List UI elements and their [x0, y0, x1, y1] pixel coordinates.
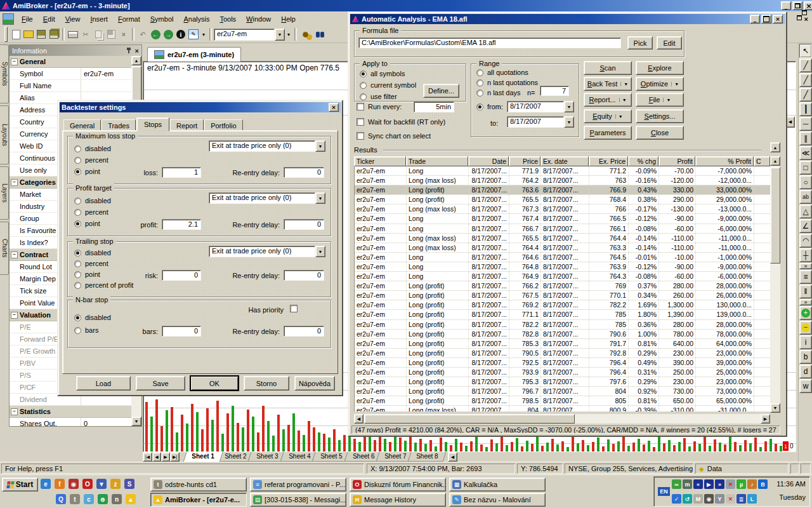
re-entry-delay-field[interactable]: 0: [284, 270, 324, 281]
radio-n-last-quotations[interactable]: [476, 79, 483, 86]
panel-close-icon[interactable]: ×: [135, 47, 139, 55]
triangle-tool[interactable]: △: [799, 204, 812, 218]
info-row-symbol[interactable]: Symboler2u7-em: [10, 68, 131, 80]
delete-icon[interactable]: ×: [117, 28, 130, 41]
dropdown-icon[interactable]: ▼: [663, 98, 671, 102]
trend-line-tool[interactable]: ╱: [799, 58, 812, 72]
menu-help[interactable]: Help: [276, 13, 301, 25]
winamp-icon[interactable]: z: [110, 479, 121, 489]
task-button-amibroker-er2u7-e[interactable]: ▲AmiBroker - [er2u7-e...: [150, 493, 247, 507]
task-button-referat-programovani-p[interactable]: ≡referat programovani - P...: [250, 478, 346, 491]
info-row-shares-out[interactable]: Shares Out.0: [10, 418, 131, 426]
interval-w-tool[interactable]: w: [799, 379, 812, 393]
task-button-odstre-hunts-cd1[interactable]: todstre-hunts cd1: [150, 478, 247, 491]
toolbar-overflow-icon[interactable]: ▾: [200, 28, 207, 41]
table-row[interactable]: er2u7-emLong (max loss)8/17/2007...765.5…: [355, 234, 771, 243]
table-scroll-down-icon[interactable]: ▼: [770, 403, 780, 413]
no-connection-tray-icon[interactable]: ✕: [726, 479, 735, 489]
undo-icon[interactable]: ↶: [136, 28, 149, 41]
toolbar-overflow-icon-2[interactable]: ▾: [285, 28, 292, 41]
results-vscrollbar[interactable]: ▲ ▼: [770, 156, 780, 413]
disconnect-tray-icon[interactable]: ✕: [726, 494, 735, 504]
sheet-tab-sheet-8[interactable]: Sheet 8: [408, 452, 447, 462]
menu-tools[interactable]: Tools: [214, 13, 241, 25]
table-row[interactable]: er2u7-emLong (profit)8/17/2007...793.98/…: [355, 368, 771, 377]
table-row[interactable]: er2u7-emLong8/17/2007...764.98/17/2007..…: [355, 272, 771, 281]
radio-all-symbols[interactable]: [360, 70, 367, 77]
run-every-checkbox[interactable]: [357, 103, 364, 110]
sync-checkbox[interactable]: [357, 132, 364, 140]
keeper-tray-icon[interactable]: ∞: [672, 479, 681, 489]
radio-point[interactable]: [74, 168, 81, 175]
table-row[interactable]: er2u7-emLong (max loss)8/17/2007...8048/…: [355, 406, 771, 411]
zoom-in-tool[interactable]: +: [799, 306, 812, 320]
mlbt-tray-icon[interactable]: M: [693, 494, 703, 504]
edit-button[interactable]: Edit: [657, 36, 682, 50]
exit-mode-combo[interactable]: Exit at trade price only (0)▼: [209, 140, 325, 152]
shield-tray-icon[interactable]: ✓: [672, 494, 681, 504]
minimize-button[interactable]: _: [781, 1, 791, 10]
table-row[interactable]: er2u7-emLong (profit)8/17/2007...765.58/…: [355, 195, 771, 204]
dropdown-icon[interactable]: ▼: [620, 82, 628, 86]
info-section-statistics[interactable]: Statistics−: [10, 406, 131, 418]
radio-all-quotations[interactable]: [476, 69, 483, 76]
scan-button[interactable]: Scan: [584, 61, 632, 75]
side-tab-layers[interactable]: Layers: [0, 166, 9, 220]
equity-button[interactable]: Equity▼: [584, 109, 632, 123]
has-priority-checkbox[interactable]: [290, 305, 298, 312]
copy-icon[interactable]: [92, 28, 105, 41]
table-row[interactable]: er2u7-emLong (max loss)8/17/2007...764.2…: [355, 176, 771, 185]
media-prev-tray-icon[interactable]: «: [693, 479, 703, 489]
radio-point[interactable]: [74, 271, 81, 278]
menu-analysis[interactable]: Analysis: [178, 13, 214, 25]
info-row-full-name[interactable]: Full Name: [10, 80, 131, 92]
tab-stops[interactable]: Stops: [136, 117, 169, 131]
media-play-tray-icon[interactable]: ▶: [704, 479, 714, 489]
horizontal-segment-tool[interactable]: ─: [799, 117, 812, 131]
table-row[interactable]: er2u7-emLong (max loss)8/17/2007...764.4…: [355, 243, 771, 253]
close-button[interactable]: ×: [804, 1, 812, 10]
menu-view[interactable]: View: [60, 13, 86, 25]
table-row[interactable]: er2u7-emLong8/17/2007...771.98/17/2007..…: [355, 166, 771, 176]
settings-button[interactable]: Settings...: [636, 109, 684, 123]
network-icon[interactable]: n: [112, 494, 122, 504]
table-row[interactable]: er2u7-emLong8/17/2007...767.48/17/2007..…: [355, 214, 771, 224]
book-tray-icon[interactable]: ≣: [737, 494, 746, 504]
collapse-icon[interactable]: −: [11, 58, 18, 65]
sync-tray-icon[interactable]: ↺: [683, 494, 692, 504]
sheet-next-icon[interactable]: ▶: [161, 452, 170, 462]
table-row[interactable]: er2u7-emLong8/17/2007...764.68/17/2007..…: [355, 253, 771, 262]
menu-window[interactable]: Window: [241, 13, 276, 25]
mdi-close-icon[interactable]: ×: [804, 15, 808, 23]
radio-percent[interactable]: [74, 157, 81, 164]
re-entry-delay-field[interactable]: 0: [284, 167, 324, 178]
amibroker-quicklaunch-icon[interactable]: ▲: [126, 494, 136, 504]
back-icon[interactable]: ←: [149, 28, 162, 41]
extended-line-tool[interactable]: ╱: [799, 88, 812, 102]
parallel-lines-tool[interactable]: ∥: [799, 131, 812, 145]
table-scroll-right-icon[interactable]: ▶: [761, 414, 770, 424]
radio-current-symbol[interactable]: [360, 82, 367, 89]
menu-symbol[interactable]: Symbol: [145, 13, 179, 25]
fib-fan-tool[interactable]: ≪: [799, 146, 812, 160]
radio-percent-of-profit[interactable]: [74, 282, 81, 289]
aa-maximize-button[interactable]: [761, 15, 771, 23]
save-icon[interactable]: [35, 28, 48, 41]
globe-icon[interactable]: ⊕: [98, 494, 108, 504]
backtester-close-button[interactable]: ×: [329, 103, 339, 112]
aa-close-button[interactable]: ×: [773, 15, 783, 23]
volume-tray-icon[interactable]: ♪: [747, 479, 757, 489]
vertical-grid-tool[interactable]: ǁ: [799, 284, 812, 298]
table-row[interactable]: er2u7-emLong (profit)8/17/2007...796.78/…: [355, 387, 771, 396]
back-test-button[interactable]: Back Test▼: [584, 77, 632, 91]
cut-icon[interactable]: ✂: [79, 28, 92, 41]
chart-edit-icon[interactable]: ✎: [187, 28, 200, 41]
task-button-diskuzn-f-rum-financnik[interactable]: ODiskuzní fórum Financnik...: [350, 478, 446, 491]
zoom-out-tool[interactable]: −: [799, 321, 812, 335]
pick-button[interactable]: Pick: [627, 36, 653, 50]
q-app-icon[interactable]: Q: [56, 494, 66, 504]
combo-dropdown-icon[interactable]: ▼: [315, 140, 325, 152]
ok-button[interactable]: OK: [190, 376, 239, 391]
table-row[interactable]: er2u7-emLong (profit)8/17/2007...763.68/…: [355, 185, 771, 195]
collapse-icon[interactable]: −: [11, 312, 18, 319]
